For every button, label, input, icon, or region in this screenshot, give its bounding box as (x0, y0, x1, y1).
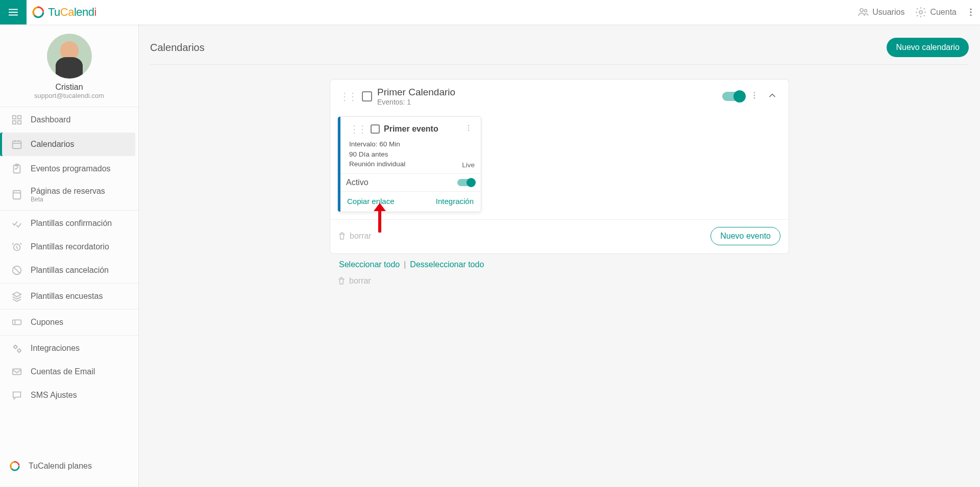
svg-rect-12 (18, 121, 21, 124)
sidebar-item-label: Páginas de reservas (31, 187, 105, 196)
sidebar-item-label: Plantillas cancelación (31, 266, 109, 275)
calendar-more-menu[interactable] (745, 91, 764, 102)
sidebar-item-plantillas-confirmacion[interactable]: Plantillas confirmación (0, 212, 138, 235)
sidebar-item-plantillas-recordatorio[interactable]: Plantillas recordatorio (0, 235, 138, 259)
sidebar-item-calendarios[interactable]: Calendarios (0, 133, 135, 156)
svg-point-7 (970, 11, 971, 13)
sidebar-item-plantillas-cancelacion[interactable]: Plantillas cancelación (0, 259, 138, 282)
sidebar-item-plantillas-encuestas[interactable]: Plantillas encuestas (0, 285, 138, 308)
users-icon (857, 6, 869, 18)
copy-link[interactable]: Copiar enlace (347, 197, 395, 206)
select-all-link[interactable]: Seleccionar todo (339, 260, 400, 269)
svg-rect-19 (13, 320, 21, 324)
main-content: Calendarios Nuevo calendario ⋮⋮ Primer C… (139, 24, 980, 487)
sidebar-item-label: Plantillas confirmación (31, 219, 112, 228)
clipboard-icon (11, 163, 22, 174)
calendar-card: ⋮⋮ Primer Calendario Eventos: 1 (330, 79, 789, 254)
calendar-delete[interactable]: borrar (337, 232, 372, 241)
gears-icon (11, 343, 22, 354)
sidebar-item-sublabel: Beta (31, 196, 105, 203)
event-active-toggle[interactable] (457, 179, 475, 186)
svg-point-21 (18, 349, 21, 352)
calendar-active-toggle[interactable] (722, 92, 745, 101)
calendar-event-count: Eventos: 1 (377, 98, 455, 106)
event-card: ⋮⋮ Primer evento Intervalo: 60 Min 90 Dí… (337, 116, 481, 212)
chat-icon (11, 390, 22, 401)
dots-vertical-icon (966, 7, 976, 17)
event-meeting-type: Reunión individual (349, 159, 481, 169)
sidebar-item-label: Dashboard (31, 115, 70, 124)
dots-vertical-icon (464, 124, 473, 132)
chevron-up-icon (767, 90, 777, 100)
sidebar-item-label: Plantillas recordatorio (31, 242, 109, 251)
event-checkbox[interactable] (371, 124, 380, 134)
calendar-title: Primer Calendario (377, 87, 455, 98)
svg-point-28 (754, 97, 755, 99)
profile-email: support@tucalendi.com (0, 92, 138, 99)
svg-point-4 (865, 10, 867, 12)
sidebar-item-label: Plantillas encuestas (31, 292, 103, 301)
svg-point-20 (14, 346, 17, 349)
svg-point-27 (754, 95, 755, 96)
logo[interactable]: TuCalendi (27, 6, 96, 19)
sidebar-item-label: Calendarios (31, 140, 74, 149)
svg-rect-22 (13, 369, 21, 375)
event-status: Live (462, 160, 475, 170)
sidebar-item-dashboard[interactable]: Dashboard (0, 108, 138, 132)
sidebar-item-sms[interactable]: SMS Ajustes (0, 383, 138, 407)
gear-icon (915, 6, 927, 18)
new-calendar-button[interactable]: Nuevo calendario (887, 38, 969, 57)
event-drag-handle[interactable]: ⋮⋮ (346, 122, 369, 136)
svg-rect-11 (13, 121, 16, 124)
new-event-button[interactable]: Nuevo evento (710, 227, 780, 245)
calendar-checkbox[interactable] (362, 91, 372, 101)
sidebar-item-cupones[interactable]: Cupones (0, 311, 138, 334)
sidebar-item-label: Cuentas de Email (31, 367, 95, 376)
svg-point-26 (754, 92, 755, 93)
sidebar-item-label: TuCalendi planes (29, 462, 92, 471)
calendar-drag-handle[interactable]: ⋮⋮ (336, 89, 359, 104)
cancel-icon (11, 265, 22, 276)
sidebar-item-label: Eventos programados (31, 164, 111, 173)
sidebar-item-label: Cupones (31, 318, 63, 327)
account-link[interactable]: Cuenta (910, 4, 962, 20)
svg-point-30 (468, 127, 470, 129)
event-interval: Intervalo: 60 Min (349, 139, 481, 149)
global-delete[interactable]: borrar (330, 271, 789, 286)
event-title: Primer evento (384, 124, 438, 134)
integration-link[interactable]: Integración (436, 197, 474, 206)
svg-point-3 (860, 9, 863, 12)
event-advance: 90 Día antes (349, 149, 481, 160)
svg-rect-13 (13, 141, 21, 149)
avatar[interactable] (47, 34, 92, 79)
sidebar-item-planes[interactable]: TuCalendi planes (0, 454, 138, 478)
profile-name: Cristian (0, 83, 138, 92)
logo-icon (32, 6, 45, 19)
sidebar: Cristian support@tucalendi.com Dashboard… (0, 24, 139, 487)
trash-icon (337, 232, 347, 241)
sidebar-item-reservas[interactable]: Páginas de reservas Beta (0, 181, 138, 209)
svg-rect-9 (13, 116, 16, 119)
layers-icon (11, 291, 22, 302)
envelope-icon (11, 366, 22, 377)
svg-rect-16 (13, 191, 21, 199)
sidebar-item-integraciones[interactable]: Integraciones (0, 337, 138, 360)
svg-point-6 (970, 9, 971, 10)
dashboard-icon (11, 114, 22, 125)
users-link[interactable]: Usuarios (852, 4, 910, 20)
page-icon (11, 189, 22, 200)
event-more-menu[interactable] (459, 124, 478, 134)
calendar-collapse-toggle[interactable] (764, 90, 780, 102)
sidebar-item-eventos[interactable]: Eventos programados (0, 157, 138, 181)
checks-icon (11, 218, 22, 229)
top-more-menu[interactable] (962, 0, 980, 24)
deselect-all-link[interactable]: Desseleccionar todo (410, 260, 484, 269)
account-label: Cuenta (930, 8, 957, 17)
sidebar-item-email[interactable]: Cuentas de Email (0, 360, 138, 383)
sidebar-item-label: SMS Ajustes (31, 391, 77, 400)
menu-toggle[interactable] (0, 0, 27, 24)
svg-rect-10 (18, 116, 21, 119)
event-active-label: Activo (346, 178, 369, 187)
ticket-icon (11, 317, 22, 328)
page-title: Calendarios (150, 42, 205, 54)
